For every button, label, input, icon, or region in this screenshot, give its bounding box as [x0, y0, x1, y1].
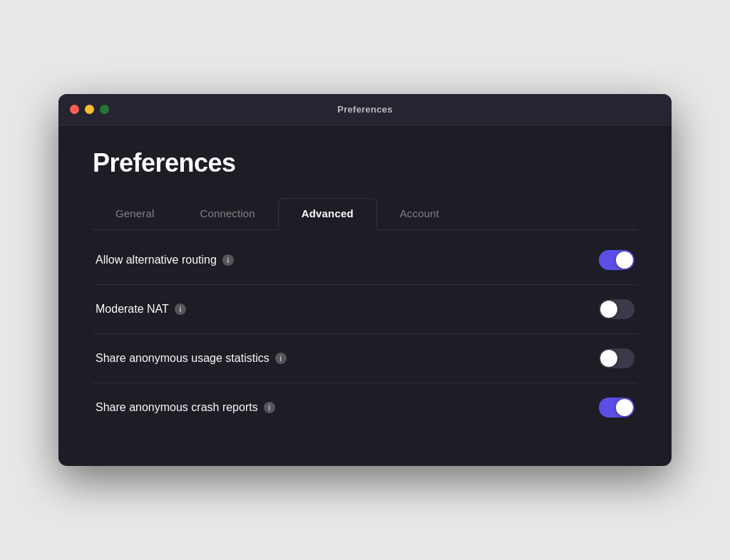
setting-label-share-anonymous-crash: Share anonymous crash reports	[96, 401, 258, 414]
setting-row-share-anonymous-crash: Share anonymous crash reports i	[93, 383, 637, 432]
setting-label-moderate-nat: Moderate NAT	[96, 303, 169, 316]
setting-row-share-anonymous-usage: Share anonymous usage statistics i	[93, 334, 637, 383]
page-title: Preferences	[93, 148, 637, 178]
setting-label-allow-alternative-routing: Allow alternative routing	[96, 254, 217, 266]
tab-connection[interactable]: Connection	[177, 198, 277, 229]
tab-bar: General Connection Advanced Account	[93, 198, 637, 230]
minimize-button[interactable]	[85, 105, 94, 114]
toggle-allow-alternative-routing[interactable]	[599, 250, 634, 270]
window-controls	[70, 105, 109, 114]
setting-left: Allow alternative routing i	[96, 254, 234, 266]
toggle-moderate-nat[interactable]	[599, 299, 634, 319]
setting-left: Share anonymous crash reports i	[96, 401, 275, 414]
setting-label-share-anonymous-usage: Share anonymous usage statistics	[96, 352, 269, 365]
tab-advanced[interactable]: Advanced	[278, 198, 377, 230]
tab-account[interactable]: Account	[377, 198, 462, 229]
setting-left: Moderate NAT i	[96, 303, 186, 316]
titlebar: Preferences	[58, 94, 672, 125]
preferences-window: Preferences Preferences General Connecti…	[58, 94, 672, 466]
setting-row-allow-alternative-routing: Allow alternative routing i	[93, 236, 637, 285]
titlebar-title: Preferences	[337, 104, 392, 115]
info-icon-allow-alternative-routing[interactable]: i	[222, 254, 234, 266]
toggle-share-anonymous-crash[interactable]	[599, 398, 634, 418]
toggle-share-anonymous-usage[interactable]	[599, 348, 634, 368]
settings-list: Allow alternative routing i Moderate NAT…	[93, 236, 637, 432]
setting-left: Share anonymous usage statistics i	[96, 352, 287, 365]
info-icon-moderate-nat[interactable]: i	[175, 304, 186, 315]
info-icon-share-anonymous-usage[interactable]: i	[275, 353, 287, 364]
maximize-button[interactable]	[100, 105, 109, 114]
info-icon-share-anonymous-crash[interactable]: i	[264, 402, 275, 413]
setting-row-moderate-nat: Moderate NAT i	[93, 285, 637, 334]
tab-general[interactable]: General	[93, 198, 177, 229]
close-button[interactable]	[70, 105, 79, 114]
main-content: Preferences General Connection Advanced …	[58, 125, 672, 466]
